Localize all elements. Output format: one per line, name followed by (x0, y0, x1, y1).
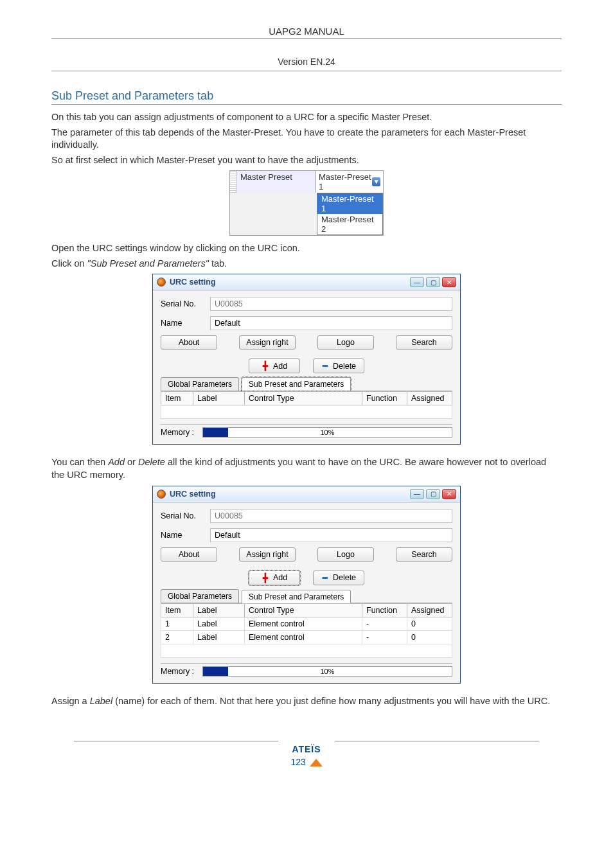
col-assigned[interactable]: Assigned (407, 392, 452, 405)
cell-item: 1 (161, 617, 193, 630)
name-label: Name (161, 319, 202, 328)
parameters-table: Item Label Control Type Function Assigne… (161, 603, 452, 658)
page-footer: ATEÏS 123 (51, 733, 562, 767)
master-preset-option-1[interactable]: Master-Preset 1 (317, 193, 382, 214)
col-item[interactable]: Item (161, 603, 193, 617)
titlebar[interactable]: URC setting — ▢ ✕ (153, 274, 460, 290)
minimize-button[interactable]: — (410, 489, 424, 499)
cell-control[interactable]: Element control (245, 617, 362, 630)
cell-assigned: 0 (407, 617, 452, 630)
cell-control[interactable]: Element control (245, 630, 362, 644)
para-4b: Click on "Sub Preset and Parameters" tab… (51, 258, 562, 270)
delete-button-label: Delete (333, 573, 356, 582)
serial-label: Serial No. (161, 511, 202, 520)
para-6: Assign a Label (name) for each of them. … (51, 695, 562, 708)
doc-header-title: UAPG2 MANUAL (51, 26, 562, 37)
master-preset-label: Master Preset (236, 171, 315, 193)
minus-icon: ━ (321, 361, 329, 371)
table-row (161, 644, 452, 657)
name-input[interactable]: Default (210, 528, 452, 542)
parameters-table: Item Label Control Type Function Assigne… (161, 391, 452, 419)
cell-assigned: 0 (407, 630, 452, 644)
page-number: 123 (290, 757, 305, 767)
master-preset-value[interactable]: Master-Preset 1 ▼ (315, 171, 383, 193)
col-assigned[interactable]: Assigned (407, 603, 452, 617)
para-6-post: (name) for each of them. Not that here y… (115, 696, 550, 706)
close-button[interactable]: ✕ (442, 277, 456, 287)
para-5-mid: or (127, 457, 138, 467)
titlebar[interactable]: URC setting — ▢ ✕ (153, 486, 460, 502)
tab-global-parameters[interactable]: Global Parameters (161, 377, 239, 391)
section-heading: Sub Preset and Parameters tab (51, 89, 562, 103)
memory-percent: 10% (203, 429, 452, 436)
plus-icon: ╋ (262, 361, 269, 371)
memory-bar: 10% (202, 666, 452, 677)
header-rule (51, 38, 562, 39)
about-button[interactable]: About (161, 335, 217, 350)
app-icon (157, 490, 166, 499)
col-control-type[interactable]: Control Type (245, 603, 362, 617)
col-label[interactable]: Label (193, 392, 245, 405)
maximize-button[interactable]: ▢ (426, 489, 440, 499)
tab-global-parameters[interactable]: Global Parameters (161, 589, 239, 603)
add-button-label: Add (273, 362, 287, 371)
footer-brand: ATEÏS (51, 744, 562, 754)
serial-label: Serial No. (161, 299, 202, 308)
name-label: Name (161, 531, 202, 540)
master-preset-list[interactable]: Master-Preset 1 Master-Preset 2 (317, 193, 383, 235)
triangle-icon (310, 759, 323, 766)
col-function[interactable]: Function (362, 392, 407, 405)
col-label[interactable]: Label (193, 603, 245, 617)
delete-button[interactable]: ━ Delete (313, 571, 364, 585)
add-button-label: Add (273, 573, 287, 582)
serial-input[interactable]: U00085 (210, 509, 452, 523)
table-row (161, 405, 452, 419)
search-button[interactable]: Search (396, 335, 452, 350)
delete-button[interactable]: ━ Delete (313, 359, 364, 373)
memory-label: Memory : (161, 667, 202, 676)
assign-right-button[interactable]: Assign right (239, 335, 296, 350)
cell-label[interactable]: Label (193, 630, 245, 644)
close-button[interactable]: ✕ (442, 489, 456, 499)
master-preset-selected: Master-Preset 1 (319, 172, 372, 191)
para-4b-post: tab. (211, 258, 227, 269)
section-rule (51, 104, 562, 105)
para-2: The parameter of this tab depends of the… (51, 127, 562, 152)
cell-item: 2 (161, 630, 193, 644)
logo-button[interactable]: Logo (317, 335, 374, 350)
grip-icon (230, 171, 236, 193)
col-item[interactable]: Item (161, 392, 193, 405)
tab-sub-preset-parameters[interactable]: Sub Preset and Parameters (242, 590, 351, 603)
chevron-down-icon[interactable]: ▼ (372, 177, 380, 186)
minimize-button[interactable]: — (410, 277, 424, 287)
assign-right-button[interactable]: Assign right (239, 547, 296, 562)
master-preset-dropdown[interactable]: Master Preset Master-Preset 1 ▼ Master-P… (229, 170, 384, 236)
search-button[interactable]: Search (396, 547, 452, 562)
app-icon (157, 278, 166, 287)
about-button[interactable]: About (161, 547, 217, 562)
table-row[interactable]: 1 Label Element control - 0 (161, 617, 452, 630)
maximize-button[interactable]: ▢ (426, 277, 440, 287)
logo-button[interactable]: Logo (317, 547, 374, 562)
add-button[interactable]: ╋ Add (249, 359, 300, 373)
col-function[interactable]: Function (362, 603, 407, 617)
add-button[interactable]: ╋ Add (249, 571, 300, 585)
cell-function: - (362, 630, 407, 644)
cell-label[interactable]: Label (193, 617, 245, 630)
master-preset-option-2[interactable]: Master-Preset 2 (317, 214, 382, 235)
name-input[interactable]: Default (210, 316, 452, 330)
memory-bar: 10% (202, 427, 452, 438)
cell-function: - (362, 617, 407, 630)
para-5: You can then Add or Delete all the kind … (51, 456, 562, 481)
plus-icon: ╋ (262, 573, 269, 583)
col-control-type[interactable]: Control Type (245, 392, 362, 405)
para-1: On this tab you can assign adjustments o… (51, 111, 562, 124)
memory-label: Memory : (161, 428, 202, 437)
serial-input[interactable]: U00085 (210, 297, 452, 311)
tab-sub-preset-parameters[interactable]: Sub Preset and Parameters (242, 377, 351, 391)
para-5-del: Delete (138, 457, 165, 467)
footer-page-number: 123 (51, 757, 562, 767)
table-row[interactable]: 2 Label Element control - 0 (161, 630, 452, 644)
para-3: So at first select in which Master-Prese… (51, 154, 562, 167)
para-6-label: Label (90, 696, 112, 706)
